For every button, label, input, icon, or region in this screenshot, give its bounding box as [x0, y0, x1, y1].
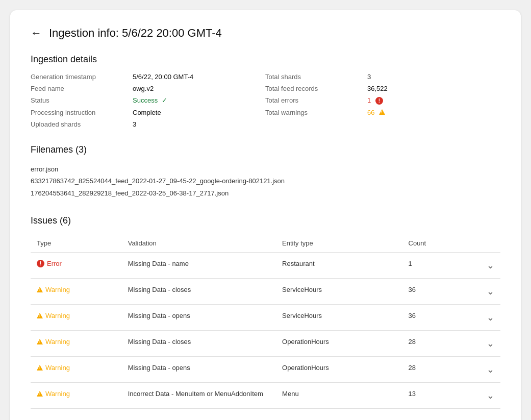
issue-expand-cell[interactable]: ⌄ — [458, 357, 500, 383]
type-error: ! Error — [37, 260, 116, 267]
error-label: Error — [47, 260, 62, 267]
issue-entity-cell: OperationHours — [276, 357, 402, 383]
filenames-title: Filenames (3) — [31, 144, 500, 155]
total-shards-label: Total shards — [265, 73, 367, 81]
warning-label: Warning — [45, 338, 70, 345]
total-warnings-value: 66 — [367, 109, 479, 116]
warning-count: 66 — [367, 109, 374, 116]
issue-expand-cell[interactable]: ⌄ — [458, 383, 500, 409]
processing-instruction-label: Processing instruction — [31, 109, 133, 116]
issue-entity-cell: ServiceHours — [276, 279, 402, 305]
back-button[interactable]: ← — [31, 28, 42, 39]
issue-expand-cell[interactable]: ⌄ — [458, 305, 500, 331]
issues-header-row: Type Validation Entity type Count — [31, 234, 500, 253]
filenames-list: error.json 633217863742_825524044_feed_2… — [31, 163, 500, 199]
chevron-down-icon[interactable]: ⌄ — [487, 312, 494, 323]
type-warning: Warning — [37, 286, 116, 293]
warning-triangle-icon — [37, 313, 43, 318]
col-header-expand — [458, 234, 500, 253]
total-shards-value: 3 — [367, 73, 479, 81]
table-row: ! Error Missing Data - nameRestaurant1⌄ — [31, 253, 500, 279]
type-warning: Warning — [37, 338, 116, 345]
table-row: Warning Missing Data - opensOperationHou… — [31, 357, 500, 383]
total-warnings-label: Total warnings — [265, 109, 367, 116]
check-icon: ✓ — [162, 96, 167, 104]
issue-expand-cell[interactable]: ⌄ — [458, 253, 500, 279]
type-warning: Warning — [37, 364, 116, 372]
issue-count-cell: 13 — [402, 383, 459, 409]
issue-validation-cell: Missing Data - closes — [122, 279, 276, 305]
warning-triangle-icon — [379, 109, 385, 115]
col-header-validation: Validation — [122, 234, 276, 253]
issue-type-cell: Warning — [31, 331, 122, 357]
chevron-down-icon[interactable]: ⌄ — [487, 286, 494, 297]
warning-label: Warning — [45, 312, 70, 319]
error-indicator: ! — [375, 96, 383, 104]
issue-count-cell: 36 — [402, 305, 459, 331]
issue-entity-cell: OperationHours — [276, 331, 402, 357]
error-count: 1 — [367, 96, 371, 104]
feed-name-label: Feed name — [31, 85, 133, 92]
ingestion-details-section: Ingestion details Generation timestamp 5… — [31, 54, 500, 128]
generation-timestamp-value: 5/6/22, 20:00 GMT-4 — [133, 73, 265, 81]
chevron-down-icon[interactable]: ⌄ — [487, 338, 494, 349]
status-success-text: Success — [133, 96, 158, 104]
table-row: Warning Missing Data - closesServiceHour… — [31, 279, 500, 305]
total-errors-value: 1 ! — [367, 96, 479, 105]
chevron-down-icon[interactable]: ⌄ — [487, 260, 494, 271]
issue-expand-cell[interactable]: ⌄ — [458, 331, 500, 357]
issue-validation-cell: Incorrect Data - MenuItem or MenuAddonIt… — [122, 383, 276, 409]
chevron-down-icon[interactable]: ⌄ — [487, 364, 494, 375]
issues-table-header: Type Validation Entity type Count — [31, 234, 500, 253]
page-header: ← Ingestion info: 5/6/22 20:00 GMT-4 — [31, 27, 500, 40]
ingestion-details-title: Ingestion details — [31, 54, 500, 65]
issues-section: Issues (6) Type Validation Entity type C… — [31, 215, 500, 409]
type-warning: Warning — [37, 390, 116, 398]
issue-count-cell: 28 — [402, 331, 459, 357]
filenames-section: Filenames (3) error.json 633217863742_82… — [31, 144, 500, 199]
total-feed-records-label: Total feed records — [265, 85, 367, 92]
table-row: Warning Missing Data - closesOperationHo… — [31, 331, 500, 357]
col-header-count: Count — [402, 234, 459, 253]
chevron-down-icon[interactable]: ⌄ — [487, 390, 494, 401]
col-header-type: Type — [31, 234, 122, 253]
warning-triangle-icon — [37, 339, 43, 344]
main-card: ← Ingestion info: 5/6/22 20:00 GMT-4 Ing… — [10, 10, 521, 420]
processing-instruction-value: Complete — [133, 109, 265, 116]
error-circle-icon: ! — [375, 97, 383, 105]
total-errors-label: Total errors — [265, 96, 367, 105]
issue-count-cell: 36 — [402, 279, 459, 305]
status-value: Success ✓ — [133, 96, 265, 105]
details-grid: Generation timestamp 5/6/22, 20:00 GMT-4… — [31, 73, 500, 128]
uploaded-shards-label: Uploaded shards — [31, 120, 133, 128]
issue-type-cell: ! Error — [31, 253, 122, 279]
warning-indicator — [379, 109, 385, 116]
issue-validation-cell: Missing Data - closes — [122, 331, 276, 357]
issue-entity-cell: Restaurant — [276, 253, 402, 279]
warning-label: Warning — [45, 364, 70, 372]
issue-count-cell: 1 — [402, 253, 459, 279]
page-title: Ingestion info: 5/6/22 20:00 GMT-4 — [49, 27, 222, 40]
feed-name-value: owg.v2 — [133, 85, 265, 92]
generation-timestamp-label: Generation timestamp — [31, 73, 133, 81]
issue-type-cell: Warning — [31, 383, 122, 409]
col-header-entity: Entity type — [276, 234, 402, 253]
issue-type-cell: Warning — [31, 357, 122, 383]
issue-expand-cell[interactable]: ⌄ — [458, 279, 500, 305]
table-row: Warning Missing Data - opensServiceHours… — [31, 305, 500, 331]
table-row: Warning Incorrect Data - MenuItem or Men… — [31, 383, 500, 409]
issue-entity-cell: Menu — [276, 383, 402, 409]
issue-count-cell: 28 — [402, 357, 459, 383]
issue-type-cell: Warning — [31, 305, 122, 331]
warning-label: Warning — [45, 286, 70, 293]
warning-triangle-icon — [37, 365, 43, 370]
issue-validation-cell: Missing Data - name — [122, 253, 276, 279]
issue-type-cell: Warning — [31, 279, 122, 305]
issues-table-body: ! Error Missing Data - nameRestaurant1⌄ … — [31, 253, 500, 409]
warning-triangle-icon — [37, 391, 43, 397]
total-feed-records-value: 36,522 — [367, 85, 479, 92]
issues-title: Issues (6) — [31, 215, 500, 226]
warning-label: Warning — [45, 390, 70, 398]
uploaded-shards-value: 3 — [133, 120, 265, 128]
issue-validation-cell: Missing Data - opens — [122, 305, 276, 331]
